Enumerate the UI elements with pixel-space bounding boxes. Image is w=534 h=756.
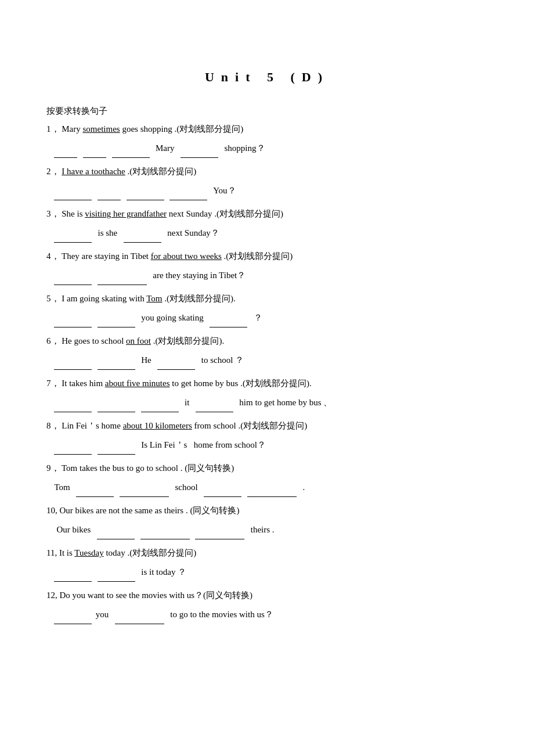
question-4-text: 4， They are staying in Tibet for about t… xyxy=(46,249,488,264)
question-12-answer: you to go to the movies with us？ xyxy=(46,604,488,624)
question-8-answer: Is Lin Fei＇s home from school？ xyxy=(46,435,488,455)
instruction-text: 按要求转换句子 xyxy=(46,106,488,117)
question-7-answer: it him to get home by bus 、 xyxy=(46,393,488,412)
question-11-answer: is it today ？ xyxy=(46,562,488,582)
question-3-answer: is she next Sunday？ xyxy=(46,223,488,243)
question-9-answer: Tom school . xyxy=(46,477,488,497)
question-3-text: 3， She is visiting her grandfather next … xyxy=(46,206,488,222)
question-8-text: 8， Lin Fei＇s home about 10 kilometers fr… xyxy=(46,418,488,434)
question-1-text: 1， Mary sometimes goes shopping .(对划线部分提… xyxy=(46,121,488,137)
question-1-answer: Mary shopping？ xyxy=(46,138,488,158)
question-2: 2， I have a toothache .(对划线部分提问) You？ xyxy=(46,164,488,200)
question-10-answer: Our bikes theirs . xyxy=(46,520,488,539)
question-6-text: 6， He goes to school on foot .(对划线部分提问). xyxy=(46,333,488,349)
question-11-text: 11, It is Tuesday today .(对划线部分提问) xyxy=(46,545,488,561)
question-12: 12, Do you want to see the movies with u… xyxy=(46,588,488,624)
question-6-answer: He to school ？ xyxy=(46,350,488,370)
question-3: 3， She is visiting her grandfather next … xyxy=(46,206,488,243)
question-9: 9， Tom takes the bus to go to school . (… xyxy=(46,460,488,497)
question-5-answer: you going skating ？ xyxy=(46,308,488,327)
question-2-answer: You？ xyxy=(46,181,488,200)
question-4: 4， They are staying in Tibet for about t… xyxy=(46,249,488,285)
question-10: 10, Our bikes are not the same as theirs… xyxy=(46,503,488,539)
question-7-text: 7， It takes him about five minutes to ge… xyxy=(46,376,488,391)
question-8: 8， Lin Fei＇s home about 10 kilometers fr… xyxy=(46,418,488,455)
question-2-text: 2， I have a toothache .(对划线部分提问) xyxy=(46,164,488,179)
page-title: Unit 5 (D) xyxy=(46,70,488,85)
question-5: 5， I am going skating with Tom .(对划线部分提问… xyxy=(46,291,488,327)
question-7: 7， It takes him about five minutes to ge… xyxy=(46,376,488,412)
question-6: 6， He goes to school on foot .(对划线部分提问).… xyxy=(46,333,488,370)
question-11: 11, It is Tuesday today .(对划线部分提问) is it… xyxy=(46,545,488,582)
question-10-text: 10, Our bikes are not the same as theirs… xyxy=(46,503,488,519)
question-5-text: 5， I am going skating with Tom .(对划线部分提问… xyxy=(46,291,488,307)
question-4-answer: are they staying in Tibet？ xyxy=(46,265,488,285)
question-9-text: 9， Tom takes the bus to go to school . (… xyxy=(46,460,488,476)
question-12-text: 12, Do you want to see the movies with u… xyxy=(46,588,488,603)
question-1: 1， Mary sometimes goes shopping .(对划线部分提… xyxy=(46,121,488,158)
